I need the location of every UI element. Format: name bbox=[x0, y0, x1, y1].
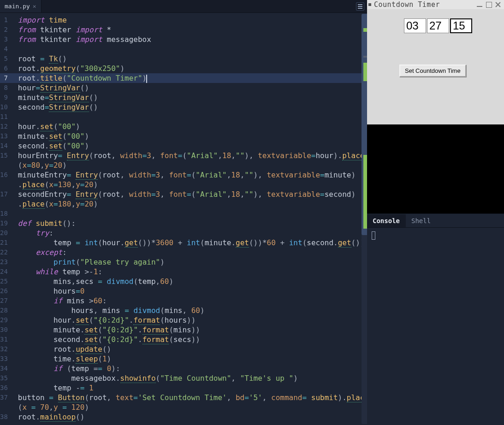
second-field[interactable] bbox=[450, 18, 472, 33]
tab-console[interactable]: Console bbox=[367, 214, 406, 227]
code-line[interactable]: root = Tk() bbox=[13, 54, 367, 64]
code-line[interactable]: hour.set("{0:2d}".format(hours)) bbox=[13, 315, 367, 325]
file-tab-main-py[interactable]: main.py × bbox=[0, 0, 42, 12]
lint-mark bbox=[363, 63, 367, 81]
tk-window-title: Countdown Timer bbox=[374, 0, 440, 9]
editor-tabbar: main.py × bbox=[0, 0, 367, 13]
code-line[interactable]: from tkinter import * bbox=[13, 25, 367, 35]
code-line[interactable]: (x = 70,y = 120) bbox=[13, 402, 367, 412]
output-preview-gap bbox=[367, 124, 504, 213]
code-line[interactable]: button = Button(root, text='Set Countdow… bbox=[13, 393, 367, 402]
code-line[interactable]: hour.set("00") bbox=[13, 122, 367, 131]
lint-mark bbox=[363, 155, 367, 229]
close-icon[interactable]: × bbox=[33, 3, 36, 10]
code-line[interactable]: .place(x=130,y=20) bbox=[13, 180, 367, 189]
code-line[interactable]: hourEntry= Entry(root, width=3, font=("A… bbox=[13, 151, 367, 160]
code-area[interactable]: import timefrom tkinter import *from tki… bbox=[13, 13, 367, 425]
code-line[interactable]: .place(x=180,y=20) bbox=[13, 199, 367, 209]
set-countdown-button[interactable]: Set Countdown Time bbox=[399, 65, 466, 77]
code-line[interactable]: temp -= 1 bbox=[13, 383, 367, 393]
code-line[interactable]: hours, mins = divmod(mins, 60) bbox=[13, 306, 367, 315]
code-line[interactable]: while temp >-1: bbox=[13, 267, 367, 277]
code-line[interactable]: mins,secs = divmod(temp,60) bbox=[13, 277, 367, 286]
code-line[interactable]: minute=StringVar() bbox=[13, 93, 367, 102]
code-line[interactable] bbox=[13, 44, 367, 54]
code-line[interactable]: second.set("{0:2d}".format(secs)) bbox=[13, 335, 367, 344]
minute-field[interactable] bbox=[427, 18, 449, 33]
code-line[interactable] bbox=[13, 209, 367, 218]
tk-client-area: Set Countdown Time bbox=[367, 9, 504, 124]
code-line[interactable]: minute.set("{0:2d}".format(mins)) bbox=[13, 325, 367, 335]
console-cursor bbox=[372, 231, 375, 240]
app-root: main.py × 123456789101112131415161718192… bbox=[0, 0, 504, 425]
tk-window-titlebar[interactable]: Countdown Timer bbox=[367, 0, 504, 9]
code-line[interactable]: hour=StringVar() bbox=[13, 83, 367, 93]
hamburger-icon[interactable] bbox=[356, 2, 364, 11]
code-line[interactable]: second=StringVar() bbox=[13, 102, 367, 112]
code-line[interactable] bbox=[13, 112, 367, 122]
code-line[interactable]: import time bbox=[13, 15, 367, 25]
tab-shell[interactable]: Shell bbox=[406, 214, 437, 227]
code-line[interactable]: time.sleep(1) bbox=[13, 354, 367, 364]
code-line[interactable]: secondEntry= Entry(root, width=3, font=(… bbox=[13, 189, 367, 199]
code-line[interactable]: (x=80,y=20) bbox=[13, 160, 367, 170]
code-line[interactable]: root.title("Countdown Timer") bbox=[13, 73, 367, 83]
code-line[interactable]: minuteEntry= Entry(root, width=3, font=(… bbox=[13, 170, 367, 180]
code-line[interactable]: root.geometry("300x250") bbox=[13, 64, 367, 73]
hour-field[interactable] bbox=[404, 18, 426, 33]
output-tabbar: Console Shell bbox=[367, 213, 504, 228]
code-line[interactable]: if mins >60: bbox=[13, 296, 367, 306]
code-line[interactable]: second.set("00") bbox=[13, 141, 367, 151]
code-line[interactable]: root.mainloop() bbox=[13, 412, 367, 422]
code-line[interactable]: def submit(): bbox=[13, 218, 367, 228]
text-caret bbox=[146, 75, 147, 83]
editor-body: 1234567891011121314151617181920212223242… bbox=[0, 13, 367, 425]
file-tab-label: main.py bbox=[5, 3, 30, 10]
code-line[interactable]: temp = int(hour.get())*3600 + int(minute… bbox=[13, 238, 367, 248]
code-line[interactable]: if (temp == 0): bbox=[13, 364, 367, 373]
code-line[interactable]: try: bbox=[13, 228, 367, 238]
lint-marker-bar bbox=[363, 26, 367, 425]
code-line[interactable]: minute.set("00") bbox=[13, 131, 367, 141]
code-line[interactable]: from tkinter import messagebox bbox=[13, 35, 367, 44]
window-maximize-icon[interactable] bbox=[484, 0, 493, 9]
code-line[interactable]: except: bbox=[13, 248, 367, 257]
window-minimize-icon[interactable] bbox=[475, 0, 484, 9]
tab-actions bbox=[353, 0, 367, 12]
tabbar-spacer bbox=[42, 0, 353, 12]
lint-mark bbox=[363, 56, 367, 58]
console-output[interactable] bbox=[367, 228, 504, 425]
code-line[interactable]: print("Please try again") bbox=[13, 257, 367, 267]
code-line[interactable]: root.update() bbox=[13, 344, 367, 354]
window-icon bbox=[368, 3, 371, 6]
lint-mark bbox=[363, 28, 367, 32]
right-panel: Countdown Timer Set Countdown Time Conso… bbox=[367, 0, 504, 425]
window-close-icon[interactable] bbox=[493, 0, 503, 9]
editor-panel: main.py × 123456789101112131415161718192… bbox=[0, 0, 367, 425]
code-line[interactable]: hours=0 bbox=[13, 286, 367, 296]
code-line[interactable]: messagebox.showinfo("Time Countdown", "T… bbox=[13, 373, 367, 383]
line-number-gutter: 1234567891011121314151617181920212223242… bbox=[0, 13, 13, 425]
